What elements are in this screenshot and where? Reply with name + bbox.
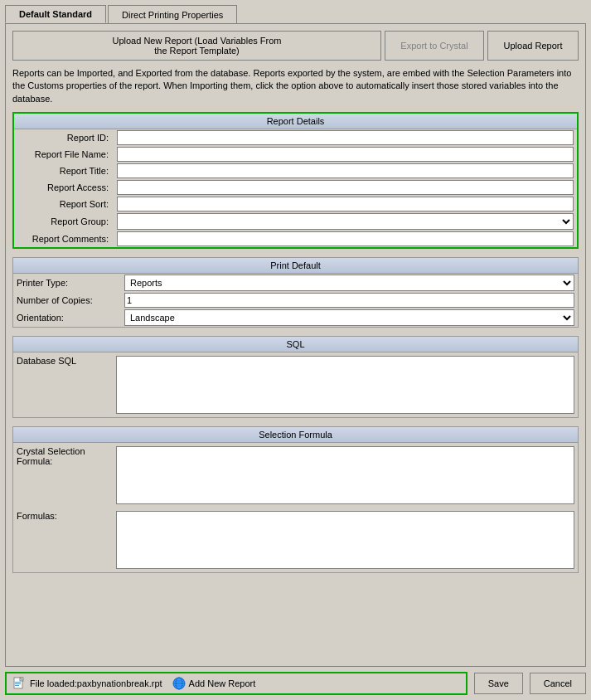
report-comments-input[interactable] xyxy=(117,231,574,246)
field-label: Report Access: xyxy=(14,179,114,196)
field-value xyxy=(114,196,577,212)
tab-bar: Default Standard Direct Printing Propert… xyxy=(0,0,591,23)
upload-report-button[interactable]: Upload Report xyxy=(487,31,579,61)
report-details-header: Report Details xyxy=(14,114,577,129)
save-button[interactable]: Save xyxy=(474,673,523,694)
main-window: Default Standard Direct Printing Propert… xyxy=(0,0,591,700)
field-label: Report Title: xyxy=(14,163,114,179)
upload-new-button[interactable]: Upload New Report (Load Variables Fromth… xyxy=(12,31,381,61)
field-value xyxy=(114,146,577,163)
report-id-input[interactable] xyxy=(117,130,574,145)
table-row: Report Comments: xyxy=(14,231,577,247)
svg-rect-3 xyxy=(15,682,21,683)
table-row: Report ID: xyxy=(14,129,577,146)
field-value xyxy=(121,292,578,309)
field-label: Printer Type: xyxy=(13,274,121,292)
report-details-section: Report Details Report ID: Report File Na… xyxy=(12,112,579,249)
table-row: Report Access: xyxy=(14,179,577,196)
formulas-input[interactable] xyxy=(116,511,574,569)
main-content: Upload New Report (Load Variables Fromth… xyxy=(5,23,586,667)
sql-header: SQL xyxy=(13,337,578,352)
sql-label: Database SQL xyxy=(17,356,116,414)
field-label: Report ID: xyxy=(14,129,114,146)
export-crystal-button[interactable]: Export to Crystal xyxy=(385,31,484,61)
copies-input[interactable] xyxy=(124,293,574,308)
table-row: Report Title: xyxy=(14,163,577,179)
table-row: Report File Name: xyxy=(14,146,577,163)
tab-default-standard[interactable]: Default Standard xyxy=(5,5,106,23)
crystal-formula-row: Crystal Selection Formula: xyxy=(13,443,578,508)
crystal-formula-input[interactable] xyxy=(116,446,574,504)
svg-rect-5 xyxy=(15,685,19,686)
sql-section: SQL Database SQL xyxy=(12,336,579,418)
sql-row: Database SQL xyxy=(13,352,578,417)
field-value xyxy=(114,163,577,179)
file-icon xyxy=(13,677,27,690)
print-default-section: Print Default Printer Type: Reports Numb… xyxy=(12,257,579,328)
formulas-row: Formulas: xyxy=(13,508,578,572)
selection-formula-header: Selection Formula xyxy=(13,427,578,443)
field-label: Report Comments: xyxy=(14,231,114,247)
globe-icon xyxy=(172,677,186,690)
selection-formula-section: Selection Formula Crystal Selection Form… xyxy=(12,426,579,573)
field-label: Report Group: xyxy=(14,212,114,231)
table-row: Orientation: Landscape Portrait xyxy=(13,309,578,327)
report-group-select[interactable] xyxy=(117,213,574,230)
file-status-box: File loaded:paxbynationbreak.rpt Add New… xyxy=(5,672,467,695)
table-row: Report Group: xyxy=(14,212,577,231)
field-label: Orientation: xyxy=(13,309,121,327)
bottom-buttons: Save Cancel xyxy=(474,673,586,694)
print-default-header: Print Default xyxy=(13,258,578,274)
field-value: Reports xyxy=(121,274,578,292)
printer-type-select[interactable]: Reports xyxy=(124,275,574,291)
field-value xyxy=(114,129,577,146)
field-value xyxy=(114,212,577,231)
field-label: Number of Copies: xyxy=(13,292,121,309)
crystal-formula-label: Crystal Selection Formula: xyxy=(17,446,116,504)
orientation-select[interactable]: Landscape Portrait xyxy=(124,309,574,326)
field-value xyxy=(114,179,577,196)
database-sql-input[interactable] xyxy=(116,356,574,414)
report-title-input[interactable] xyxy=(117,163,574,178)
table-row: Number of Copies: xyxy=(13,292,578,309)
file-loaded-text: File loaded:paxbynationbreak.rpt xyxy=(30,678,162,688)
report-filename-input[interactable] xyxy=(117,147,574,162)
button-row: Upload New Report (Load Variables Fromth… xyxy=(12,31,579,61)
tab-direct-printing[interactable]: Direct Printing Properties xyxy=(108,5,237,23)
report-sort-input[interactable] xyxy=(117,197,574,211)
field-value xyxy=(114,231,577,247)
info-text: Reports can be Imported, and Exported fr… xyxy=(12,66,579,107)
field-value: Landscape Portrait xyxy=(121,309,578,327)
report-access-input[interactable] xyxy=(117,180,574,195)
report-details-table: Report ID: Report File Name: Report Titl… xyxy=(14,129,577,247)
table-row: Printer Type: Reports xyxy=(13,274,578,292)
field-label: Report File Name: xyxy=(14,146,114,163)
svg-rect-4 xyxy=(15,683,21,684)
formulas-label: Formulas: xyxy=(17,511,116,569)
field-label: Report Sort: xyxy=(14,196,114,212)
bottom-bar: File loaded:paxbynationbreak.rpt Add New… xyxy=(0,667,591,700)
table-row: Report Sort: xyxy=(14,196,577,212)
add-new-report-text[interactable]: Add New Report xyxy=(189,678,256,688)
cancel-button[interactable]: Cancel xyxy=(530,673,586,694)
print-default-table: Printer Type: Reports Number of Copies: xyxy=(13,274,578,327)
